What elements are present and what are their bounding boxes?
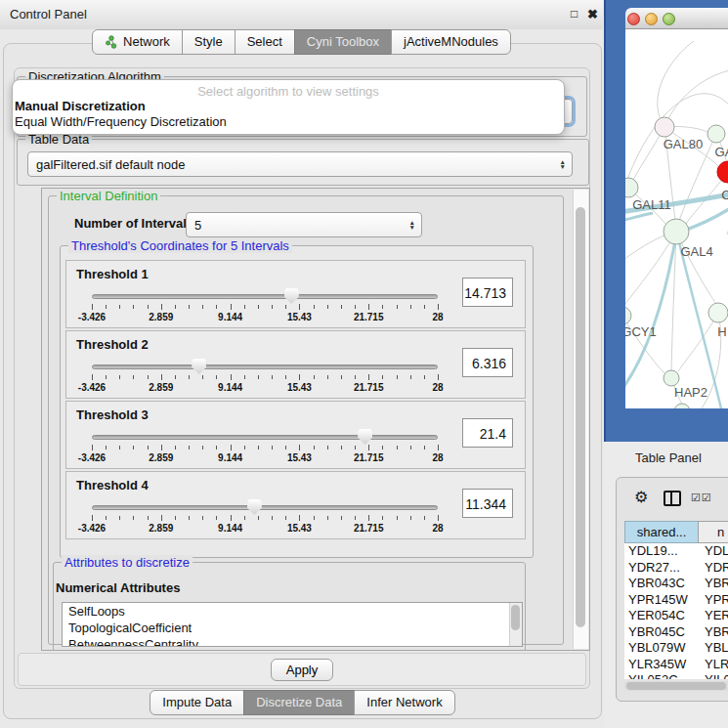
tick-mark (327, 375, 328, 379)
tick-mark (175, 516, 176, 520)
slider-thumb[interactable] (192, 359, 206, 374)
apply-button[interactable]: Apply (271, 659, 333, 681)
network-canvas[interactable]: GAL80GACGAL11GAL4GCY1HHAP2 (625, 29, 728, 408)
tick-mark (341, 375, 342, 379)
tick-label: -3.426 (78, 452, 106, 463)
table-cell-name: YIL0 (699, 672, 728, 679)
attribute-list-item[interactable]: BetweennessCentrality (63, 636, 522, 647)
network-node-gal11[interactable]: GAL11 (625, 178, 671, 212)
threshold-value-field[interactable]: 11.344 (462, 489, 513, 518)
column-header-name[interactable]: n (698, 521, 728, 543)
tick-mark (299, 445, 300, 450)
algorithm-option[interactable]: Manual Discretization (13, 99, 564, 114)
attribute-list-item[interactable]: SelfLoops (63, 603, 522, 620)
table-row[interactable]: YER054CYER0 (624, 608, 728, 624)
tab-discretize-data[interactable]: Discretize Data (243, 690, 355, 715)
slider-thumb[interactable] (247, 499, 262, 515)
tab-label: Cyni Toolbox (307, 30, 379, 54)
tab-jactivemnodules[interactable]: jActiveMNodules (391, 29, 511, 55)
algorithm-option[interactable]: Equal Width/Frequency Discretization (13, 114, 564, 130)
tab-label: jActiveMNodules (404, 30, 498, 54)
tick-label: 2.859 (149, 452, 173, 463)
zoom-traffic-light-icon[interactable] (663, 13, 675, 25)
network-node-gal4[interactable]: GAL4 (664, 219, 713, 259)
tab-infer-network[interactable]: Infer Network (354, 690, 454, 715)
threshold-slider[interactable]: -3.4262.8599.14415.4321.71528 (92, 292, 438, 325)
slider-thumb[interactable] (284, 288, 299, 304)
tick-mark (397, 516, 398, 520)
tab-style[interactable]: Style (182, 29, 236, 55)
numerical-attributes-list[interactable]: SelfLoopsTopologicalCoefficientBetweenne… (62, 602, 523, 647)
tick-mark (410, 516, 411, 520)
threshold-slider[interactable]: -3.4262.8599.14415.4321.71528 (92, 503, 438, 536)
settings-scrollbar[interactable] (573, 190, 588, 649)
tick-mark (216, 516, 217, 520)
table-row[interactable]: YLR345WYLR3 (624, 657, 728, 673)
threshold-slider[interactable]: -3.4262.8599.14415.4321.71528 (92, 433, 438, 466)
network-node-gcy1[interactable]: GCY1 (625, 307, 657, 339)
tick-mark (202, 375, 203, 379)
tick-mark (355, 305, 356, 309)
float-window-icon[interactable]: □ (571, 7, 578, 21)
tick-mark (327, 305, 328, 309)
table-row[interactable]: YBL079WYBL0 (624, 640, 728, 657)
tab-select[interactable]: Select (235, 29, 295, 55)
threshold-slider[interactable]: -3.4262.8599.14415.4321.71528 (92, 363, 438, 396)
column-header-shared-name[interactable]: shared... (624, 521, 699, 543)
attribute-list-item[interactable]: TopologicalCoefficient (63, 620, 522, 636)
close-traffic-light-icon[interactable] (627, 13, 640, 25)
select-columns-checkboxes-icon[interactable]: ☑☑ (691, 492, 712, 504)
tick-label: 2.859 (149, 382, 173, 393)
table-row[interactable]: YDR27...YDR2 (624, 560, 728, 577)
tick-label: 2.859 (149, 312, 173, 322)
tick-mark (161, 304, 162, 310)
tick-mark (202, 446, 203, 450)
apply-strip: Apply (18, 653, 586, 686)
tick-mark (202, 305, 203, 309)
tick-mark (258, 446, 259, 450)
num-intervals-combo[interactable]: 5 ▲ ▼ (186, 212, 422, 237)
gear-icon[interactable]: ⚙ (634, 488, 648, 506)
close-icon[interactable]: ✖ (587, 7, 598, 21)
thresholds-group-title: Threshold's Coordinates for 5 Intervals (68, 238, 292, 253)
tick-mark (382, 305, 383, 309)
tick-label: -3.426 (78, 312, 106, 322)
tick-mark (231, 374, 232, 380)
tab-cyni-toolbox[interactable]: Cyni Toolbox (294, 29, 392, 55)
threshold-value-field[interactable]: 21.4 (462, 418, 513, 448)
tick-mark (119, 375, 120, 379)
threshold-value-field[interactable]: 6.316 (462, 348, 513, 377)
tick-mark (92, 304, 93, 310)
tab-impute-data[interactable]: Impute Data (150, 690, 244, 715)
tick-mark (106, 305, 107, 309)
tick-mark (189, 375, 190, 379)
table-row[interactable]: YIL052CYIL0 (624, 672, 728, 679)
table-data-combo[interactable]: galFiltered.sif default node ▲ ▼ (27, 151, 573, 177)
slider-thumb[interactable] (358, 429, 372, 445)
tick-mark (285, 516, 286, 520)
threshold-value-field[interactable]: 14.713 (462, 278, 513, 307)
num-intervals-label: Number of Intervals (74, 216, 193, 231)
network-node-gal80[interactable]: GAL80 (655, 117, 703, 151)
attributes-group-title: Attributes to discretize (62, 555, 193, 570)
tab-network[interactable]: Network (92, 29, 183, 55)
table-row[interactable]: YPR145WYPR1 (624, 592, 728, 609)
network-node-ga[interactable]: GA (707, 125, 728, 159)
columns-icon[interactable] (664, 491, 681, 506)
tick-mark (119, 305, 120, 309)
network-node[interactable] (674, 404, 690, 408)
table-row[interactable]: YBR045CYBR0 (624, 624, 728, 641)
attributes-list-scrollbar[interactable] (509, 603, 522, 646)
table-row[interactable]: YBR043CYBR0 (624, 576, 728, 592)
table-hscrollbar[interactable] (624, 681, 728, 691)
tick-mark (258, 305, 259, 309)
minimize-traffic-light-icon[interactable] (645, 13, 658, 25)
tick-mark (216, 375, 217, 379)
stepper-icon: ▲ ▼ (560, 159, 566, 170)
threshold-row: Threshold 1-3.4262.8599.14415.4321.71528… (65, 260, 526, 328)
table-row[interactable]: YDL19...YDL1 (624, 543, 728, 560)
network-node-hap2[interactable]: HAP2 (664, 370, 707, 400)
table-rows: YDL19...YDL1YDR27...YDR2YBR043CYBR0YPR14… (624, 543, 728, 679)
network-node-h[interactable]: H (708, 303, 728, 339)
num-intervals-value: 5 (194, 218, 201, 233)
